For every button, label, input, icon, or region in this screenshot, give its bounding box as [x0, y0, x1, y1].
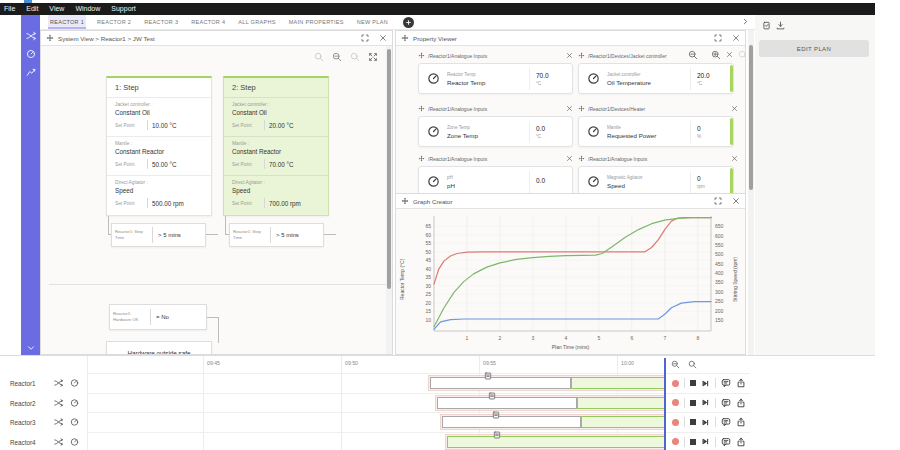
- menu-edit[interactable]: Edit: [26, 3, 38, 15]
- fit-view-icon[interactable]: [368, 52, 378, 62]
- menu-support[interactable]: Support: [111, 3, 136, 15]
- comment-button[interactable]: [721, 437, 731, 447]
- close-icon[interactable]: [566, 155, 573, 162]
- skip-next-button[interactable]: [701, 398, 710, 407]
- property-card[interactable]: pHpH 0.0: [418, 166, 573, 194]
- share-button[interactable]: [736, 398, 746, 408]
- fullscreen-icon[interactable]: [361, 34, 369, 42]
- zoom-out-icon[interactable]: [671, 360, 680, 369]
- step-card-2[interactable]: 2: Step Jacket controller : Constant Oil…: [223, 76, 329, 216]
- tab-new-plan[interactable]: NEW PLAN: [355, 15, 390, 29]
- step-card-1[interactable]: 1: Step Jacket controller : Constant Oil…: [106, 76, 212, 216]
- property-card[interactable]: MantleRequested Power 0%: [578, 116, 734, 147]
- menu-window[interactable]: Window: [75, 3, 100, 15]
- plan-bar-pending[interactable]: [437, 397, 577, 409]
- menu-file[interactable]: File: [4, 3, 15, 15]
- comment-button[interactable]: [721, 398, 731, 408]
- move-icon[interactable]: [418, 155, 425, 162]
- scrollbar-thumb[interactable]: [387, 49, 391, 289]
- move-icon[interactable]: [578, 155, 585, 162]
- tab-main-properties[interactable]: MAIN PROPERTIES: [287, 15, 346, 29]
- workflow-icon[interactable]: [54, 398, 63, 407]
- move-icon[interactable]: [401, 197, 409, 205]
- plan-note-icon[interactable]: [492, 411, 500, 419]
- plan-note-icon[interactable]: [488, 392, 496, 400]
- move-icon[interactable]: [578, 52, 585, 59]
- transition-node[interactable]: Reactor1: Step Time > 5 mins: [111, 223, 206, 247]
- move-icon[interactable]: [418, 52, 425, 59]
- workflow-icon[interactable]: [54, 437, 63, 446]
- record-indicator[interactable]: [672, 380, 679, 387]
- property-card[interactable]: Zone TempZone Temp 0.0°C: [418, 116, 573, 147]
- zoom-in-icon[interactable]: [688, 360, 697, 369]
- gauge-icon[interactable]: [70, 379, 79, 388]
- skip-next-button[interactable]: [701, 379, 710, 388]
- plan-note-icon[interactable]: [484, 372, 492, 380]
- workspace-scrollbar[interactable]: [748, 30, 754, 355]
- system-view-canvas[interactable]: 1: Step Jacket controller : Constant Oil…: [41, 46, 392, 354]
- gauge-icon[interactable]: [70, 398, 79, 407]
- move-icon[interactable]: [401, 34, 409, 42]
- chevron-down-icon[interactable]: [26, 343, 36, 353]
- skip-next-button[interactable]: [701, 418, 710, 427]
- tab-all-graphs[interactable]: ALL GRAPHS: [236, 15, 277, 29]
- stop-button[interactable]: [690, 439, 696, 445]
- plan-bar-pending[interactable]: [430, 377, 571, 389]
- tab-reactor-1[interactable]: REACTOR 1: [48, 15, 86, 29]
- close-icon[interactable]: [726, 51, 733, 58]
- plan-bar-active[interactable]: [577, 397, 665, 409]
- menu-view[interactable]: View: [49, 3, 64, 15]
- hardware-ok-node[interactable]: Reactor1: Hardware OK = No: [109, 304, 207, 330]
- plan-note-icon[interactable]: [493, 431, 501, 439]
- safety-node[interactable]: Hardware outside safe: [106, 341, 212, 354]
- stop-button[interactable]: [690, 419, 696, 425]
- close-icon[interactable]: [732, 34, 740, 42]
- zoom-out-icon[interactable]: [332, 52, 342, 62]
- share-button[interactable]: [736, 437, 746, 447]
- zoom-icon[interactable]: [738, 50, 745, 60]
- record-indicator[interactable]: [672, 438, 679, 445]
- move-icon[interactable]: [578, 105, 585, 112]
- property-card[interactable]: Reactor TempReactor Temp 70.0°C: [418, 63, 573, 94]
- property-card[interactable]: Jacket controllerOil Temperature 20.0°C: [578, 63, 734, 94]
- share-button[interactable]: [736, 378, 746, 388]
- tab-overflow-chevron-icon[interactable]: [741, 17, 750, 26]
- gauge-icon[interactable]: [70, 418, 79, 427]
- tab-reactor-4[interactable]: REACTOR 4: [189, 15, 227, 29]
- share-button[interactable]: [736, 417, 746, 427]
- download-icon[interactable]: [776, 21, 785, 30]
- property-card[interactable]: Magnetic AgitatorSpeed 0rpm: [578, 166, 734, 194]
- move-icon[interactable]: [418, 105, 425, 112]
- zoom-in-icon[interactable]: [350, 52, 360, 62]
- zoom-icon[interactable]: [314, 52, 324, 62]
- zoom-in-icon[interactable]: [711, 50, 721, 60]
- fullscreen-icon[interactable]: [714, 197, 722, 205]
- system-view-scrollbar[interactable]: [386, 46, 392, 354]
- plan-bar-active[interactable]: [581, 416, 665, 428]
- comment-button[interactable]: [721, 417, 731, 427]
- workflow-icon[interactable]: [54, 379, 63, 388]
- close-icon[interactable]: [732, 197, 740, 205]
- plan-bar-pending[interactable]: [442, 416, 581, 428]
- comment-button[interactable]: [721, 378, 731, 388]
- gauge-icon[interactable]: [26, 49, 36, 59]
- transition-node[interactable]: Reactor1: Step Time > 5 mins: [229, 223, 324, 247]
- close-icon[interactable]: [566, 52, 573, 59]
- plan-bar-active[interactable]: [447, 436, 665, 448]
- line-chart[interactable]: 1234567810152025303540455055606515020025…: [396, 209, 745, 349]
- close-icon[interactable]: [731, 105, 738, 112]
- plan-bar-active[interactable]: [571, 377, 665, 389]
- record-indicator[interactable]: [672, 419, 679, 426]
- add-tab-button[interactable]: [403, 17, 414, 28]
- chart-icon[interactable]: [26, 67, 36, 77]
- close-icon[interactable]: [379, 34, 387, 42]
- fullscreen-icon[interactable]: [714, 34, 722, 42]
- stop-button[interactable]: [690, 380, 696, 386]
- edit-plan-button[interactable]: EDIT PLAN: [759, 40, 869, 57]
- skip-next-button[interactable]: [701, 437, 710, 446]
- clipboard-edit-icon[interactable]: [762, 21, 771, 30]
- stop-button[interactable]: [690, 400, 696, 406]
- zoom-out-icon[interactable]: [688, 50, 698, 60]
- workflow-icon[interactable]: [26, 31, 36, 41]
- scrollbar-thumb[interactable]: [749, 45, 753, 190]
